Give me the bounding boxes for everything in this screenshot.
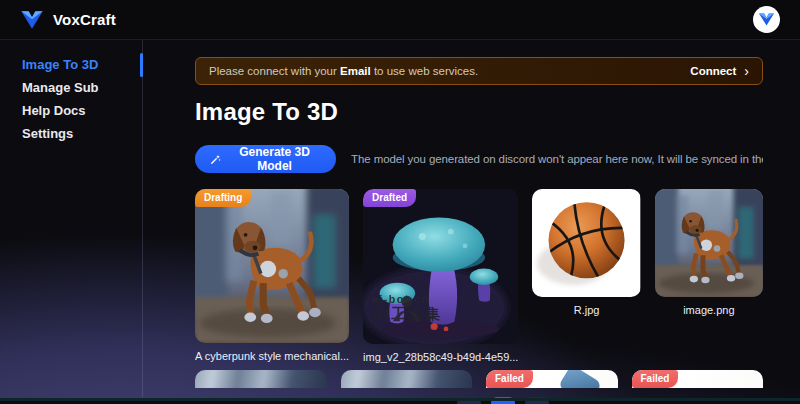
page-title: Image To 3D [195,98,763,126]
task-card: ai-bot.cn AI工具集 Drafted img_v2_28b58c49-… [363,189,518,363]
task-grid: Drafting A cyberpunk style mechanical... [195,189,763,363]
task-card: image.png [655,189,763,363]
sidebar-item-settings[interactable]: Settings [0,123,142,145]
task-caption: R.jpg [532,304,640,316]
task-card: R.jpg [532,189,640,363]
actions-row: Generate 3D Model The model you generate… [195,145,763,173]
task-thumbnail-basketball[interactable] [532,189,640,297]
task-caption: A cyberpunk style mechanical... [195,350,349,362]
task-grid-next-row: Failed Failed [195,370,763,388]
magic-wand-icon [210,153,221,166]
status-badge: Failed [632,370,679,388]
task-card: Drafting A cyberpunk style mechanical... [195,189,349,363]
bottom-accent-strip [0,398,800,401]
avatar-logo-icon [758,12,775,27]
task-caption: img_v2_28b58c49-b49d-4e59... [363,351,518,363]
status-badge: Failed [486,370,533,388]
status-badge: Drafted [363,189,416,207]
sidebar-item-help-docs[interactable]: Help Docs [0,100,142,122]
task-card-partial[interactable]: Failed [486,370,618,388]
sidebar-item-manage-sub[interactable]: Manage Sub [0,77,142,99]
task-card-partial[interactable]: Failed [632,370,764,388]
discord-sync-notice: The model you generated on discord won't… [351,153,763,165]
banner-email-highlight: Email [340,65,371,77]
task-card-partial[interactable] [341,370,473,388]
sidebar: Image To 3D Manage Sub Help Docs Setting… [0,40,143,401]
task-thumbnail-cyberpunk-dog[interactable]: Drafting [195,189,349,343]
sidebar-item-image-to-3d[interactable]: Image To 3D [0,54,142,76]
task-thumbnail-robot-dog[interactable] [655,189,763,297]
robot-dog-image [655,189,763,297]
cyberpunk-dog-image [195,189,349,343]
basketball-image [532,189,640,297]
ai-bot-logo-icon [372,293,442,324]
user-avatar[interactable] [753,6,780,33]
city-image-partial [195,370,327,388]
app-name: VoxCraft [53,11,116,28]
chevron-right-icon: › [744,64,749,78]
city-image-partial [341,370,473,388]
task-thumbnail-mushroom[interactable]: ai-bot.cn AI工具集 Drafted [363,189,518,344]
banner-text: Please connect with your Email to use we… [209,65,478,77]
task-card-partial[interactable] [195,370,327,388]
connect-button[interactable]: Connect › [690,64,749,78]
email-connect-banner: Please connect with your Email to use we… [195,57,763,85]
voxcraft-logo-icon [20,9,44,31]
voxcraft-app: VoxCraft Image To 3D Manage Sub Help Doc… [0,0,800,404]
status-badge: Drafting [195,189,251,207]
generate-3d-model-button[interactable]: Generate 3D Model [195,145,336,173]
top-bar: VoxCraft [0,0,800,40]
brand-logo[interactable]: VoxCraft [20,9,116,31]
main-content: Please connect with your Email to use we… [143,40,800,401]
task-caption: image.png [655,304,763,316]
watermark: ai-bot.cn AI工具集 [372,293,442,324]
page-body: Image To 3D Manage Sub Help Docs Setting… [0,40,800,401]
